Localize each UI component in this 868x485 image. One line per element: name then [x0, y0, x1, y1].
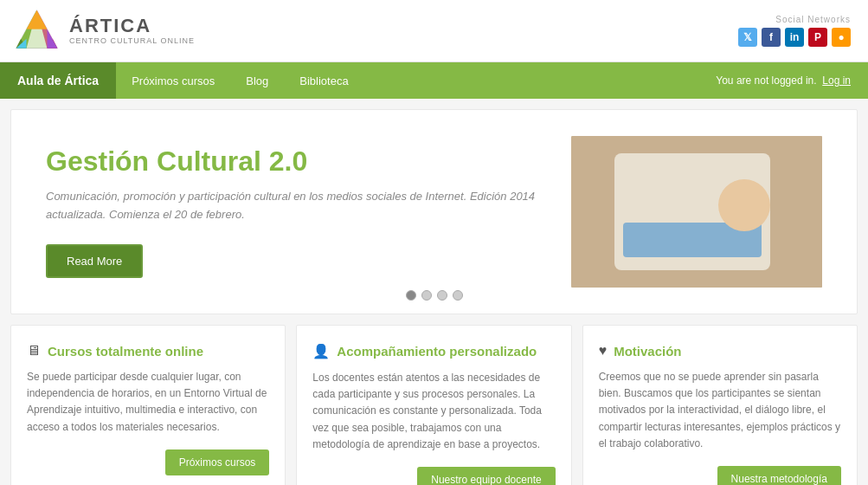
logo-area: ÁRTICA CENTRO CULTURAL ONLINE [13, 7, 195, 55]
twitter-icon[interactable]: 𝕏 [738, 28, 757, 47]
card-online-title: Cursos totalmente online [48, 344, 203, 359]
nav-item-blog[interactable]: Blog [230, 62, 284, 99]
dot-2[interactable] [421, 290, 432, 301]
svg-point-20 [685, 225, 717, 272]
svg-point-23 [753, 226, 780, 268]
nav-items: Próximos cursos Blog Biblioteca [116, 62, 363, 99]
hero-image-svg [571, 136, 822, 288]
dot-3[interactable] [437, 290, 447, 301]
linkedin-icon[interactable]: in [785, 28, 804, 47]
hero-image [571, 136, 822, 288]
hero-section: Gestión Cultural 2.0 Comunicación, promo… [10, 109, 858, 314]
monitor-icon: 🖥 [27, 343, 41, 359]
rss-icon[interactable]: ● [832, 28, 851, 47]
card-online-header: 🖥 Cursos totalmente online [27, 343, 269, 359]
cards-section: 🖥 Cursos totalmente online Se puede part… [10, 325, 858, 485]
pinterest-icon[interactable]: P [808, 28, 827, 47]
svg-rect-24 [766, 264, 792, 273]
nav-login-link[interactable]: Log in [822, 74, 851, 87]
social-label: Social Networks [738, 15, 851, 24]
social-icons: 𝕏 f in P ● [738, 28, 851, 47]
card-motivacion-button[interactable]: Nuestra metodología [717, 466, 841, 485]
hero-title: Gestión Cultural 2.0 [46, 146, 545, 178]
heart-icon: ♥ [599, 343, 608, 359]
card-acompanamiento-text: Los docentes están atentos a las necesid… [312, 370, 555, 453]
svg-marker-8 [27, 29, 48, 48]
social-area: Social Networks 𝕏 f in P ● [738, 15, 851, 47]
card-acompanamiento-button[interactable]: Nuestro equipo docente [417, 467, 555, 485]
header: ÁRTICA CENTRO CULTURAL ONLINE Social Net… [0, 0, 868, 62]
svg-point-22 [734, 222, 755, 267]
svg-rect-10 [580, 149, 753, 275]
nav-auth: You are not logged in. Log in [698, 74, 868, 87]
card-acompanamiento-header: 👤 Acompañamiento personalizado [312, 343, 555, 359]
nav-brand[interactable]: Aula de Ártica [0, 62, 116, 99]
card-motivacion-text: Creemos que no se puede aprender sin pas… [599, 369, 841, 452]
card-motivacion-title: Motivación [614, 344, 681, 359]
svg-point-19 [749, 242, 809, 273]
logo-icon [13, 7, 61, 55]
hero-subtitle: Comunicación, promoción y participación … [46, 188, 545, 224]
dot-4[interactable] [453, 290, 463, 301]
card-motivacion-header: ♥ Motivación [599, 343, 841, 359]
nav: Aula de Ártica Próximos cursos Blog Bibl… [0, 62, 868, 99]
svg-rect-11 [597, 158, 744, 262]
slider-dots [397, 281, 472, 309]
nav-item-biblioteca[interactable]: Biblioteca [284, 62, 363, 99]
nav-item-cursos[interactable]: Próximos cursos [116, 62, 230, 99]
hero-content: Gestión Cultural 2.0 Comunicación, promo… [46, 146, 571, 279]
svg-rect-9 [571, 136, 822, 288]
svg-point-18 [688, 244, 757, 279]
card-motivacion: ♥ Motivación Creemos que no se puede apr… [582, 325, 858, 485]
svg-point-21 [710, 222, 735, 268]
logo-text: ÁRTICA CENTRO CULTURAL ONLINE [69, 16, 195, 45]
card-online: 🖥 Cursos totalmente online Se puede part… [10, 325, 286, 485]
logo-artica: ÁRTICA [69, 16, 195, 36]
logo-centro: CENTRO CULTURAL ONLINE [69, 37, 195, 46]
read-more-button[interactable]: Read More [46, 244, 143, 278]
card-online-button[interactable]: Próximos cursos [165, 449, 270, 475]
card-acompanamiento-title: Acompañamiento personalizado [337, 344, 537, 359]
svg-marker-5 [27, 10, 48, 29]
person-icon: 👤 [312, 343, 330, 359]
dot-1[interactable] [406, 290, 416, 301]
card-online-text: Se puede participar desde cualquier luga… [27, 369, 269, 436]
svg-rect-17 [671, 214, 805, 279]
card-acompanamiento: 👤 Acompañamiento personalizado Los docen… [296, 325, 571, 485]
nav-auth-text: You are not logged in. [716, 74, 816, 87]
svg-rect-16 [666, 210, 809, 283]
facebook-icon[interactable]: f [762, 28, 781, 47]
